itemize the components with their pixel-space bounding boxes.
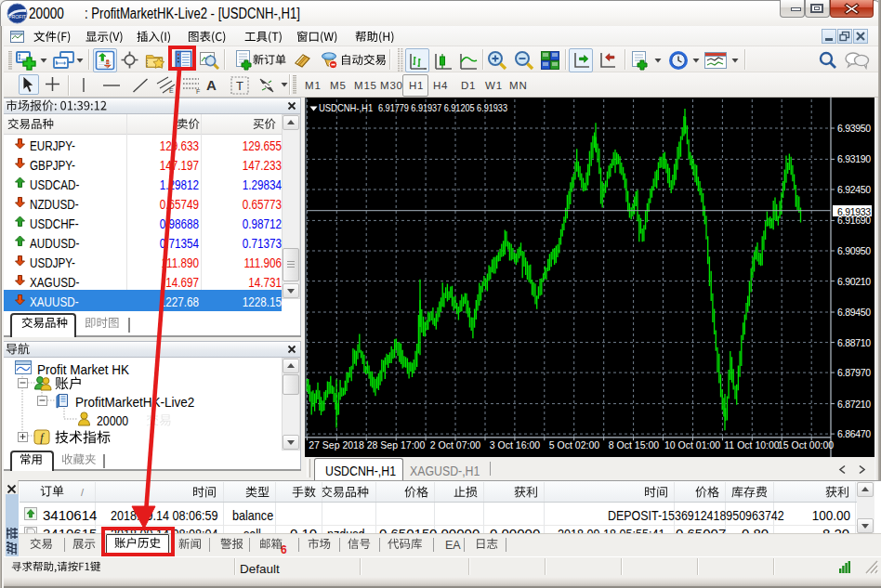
svg-text:PROFIT: PROFIT bbox=[8, 14, 27, 20]
svg-text:T: T bbox=[236, 79, 243, 93]
svg-text:F: F bbox=[196, 88, 200, 95]
